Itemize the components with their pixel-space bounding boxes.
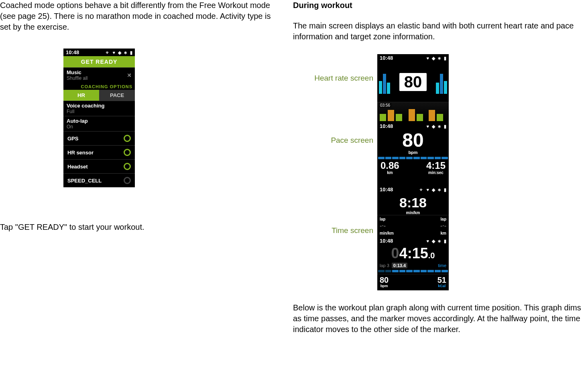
speedcell-status-icon	[124, 177, 131, 184]
progress-bar	[377, 270, 449, 273]
headset-row[interactable]: Headset	[63, 159, 135, 173]
coaching-tabs: HR PACE	[63, 90, 135, 101]
hr-elastic-band: 80	[377, 62, 449, 102]
gps-label: GPS	[67, 136, 78, 142]
bpm-value: 80	[377, 131, 449, 150]
music-value: Shuffle all	[67, 75, 132, 81]
bluetooth-icon: ∗	[437, 187, 441, 192]
autolap-value: On	[67, 124, 132, 130]
time-screenshot: 10:48 ♥ ◈ ∗ ▮ 04:15.0 lap 3 0:13.4 time	[377, 237, 449, 290]
elapsed-time-value: 04:15.0	[377, 245, 449, 262]
heart-icon: ♥	[427, 239, 429, 243]
during-workout-heading: During workout	[293, 0, 588, 11]
vibrate-icon: ◈	[432, 56, 435, 61]
status-bar: 10:48 ♥ ◈ ∗ ▮	[377, 237, 449, 245]
heart-icon: ♥	[427, 187, 429, 192]
hr-plan-graph: 03:56	[377, 102, 449, 121]
bluetooth-icon: ∗	[124, 50, 127, 55]
status-time: 10:48	[66, 49, 79, 55]
voice-value: Full	[67, 109, 132, 114]
status-time: 10:48	[380, 55, 393, 61]
shuffle-icon: ⤨	[127, 72, 132, 78]
status-time: 10:48	[380, 123, 393, 129]
pace-minkm-value: 8:18	[377, 195, 449, 211]
bluetooth-icon: ∗	[437, 56, 441, 61]
pace-screenshot: 10:48 ♥ ◈ ∗ ▮ 80 bpm 0.86 km	[377, 122, 449, 186]
get-ready-button[interactable]: GET READY	[63, 56, 135, 67]
pace-bars	[377, 156, 449, 159]
status-icons: ♥ ◈ ∗ ▮	[425, 55, 446, 61]
lap-label-right: lap	[441, 217, 446, 221]
coached-intro-para: Coached mode options behave a bit differ…	[0, 0, 277, 32]
heart-rate-screen-label: Heart rate screen	[293, 54, 377, 102]
vibrate-icon: ◈	[432, 239, 435, 243]
heart-icon: ♥	[113, 50, 116, 55]
pace-minkm-unit: min/km	[377, 211, 449, 215]
time-label: time	[438, 263, 446, 268]
bluetooth-icon: ∗	[437, 124, 441, 129]
coaching-options-header: COACHING OPTIONS	[63, 83, 135, 90]
battery-icon: ▮	[444, 56, 446, 61]
status-time: 10:48	[380, 186, 393, 192]
voice-coaching-row[interactable]: Voice coaching Full	[63, 101, 135, 116]
status-icons: ᯤ ♥ ◈ ∗ ▮	[104, 49, 132, 55]
hr-sensor-status-icon	[124, 149, 131, 156]
battery-icon: ▮	[130, 50, 132, 55]
tab-hr[interactable]: HR	[63, 90, 99, 101]
time-screen-label: Time screen	[293, 178, 377, 283]
pace-screen-label: Pace screen	[293, 102, 377, 178]
heart-rate-screenshot: 10:48 ♥ ◈ ∗ ▮ 80	[377, 54, 449, 122]
voice-label: Voice coaching	[67, 103, 132, 109]
status-bar: 10:48 ᯤ ♥ ◈ ∗ ▮	[377, 186, 449, 193]
vibrate-icon: ◈	[432, 187, 435, 192]
lap-value-left: -·-	[380, 222, 386, 229]
battery-icon: ▮	[444, 124, 446, 129]
status-bar: 10:48 ♥ ◈ ∗ ▮	[377, 122, 449, 130]
lap-label-left: lap	[380, 217, 385, 221]
bluetooth-icon: ∗	[437, 239, 441, 243]
during-workout-para: The main screen displays an elastic band…	[293, 20, 588, 42]
tap-get-ready-para: Tap "GET READY" to start your workout.	[0, 222, 277, 233]
status-icons: ᯤ ♥ ◈ ∗ ▮	[418, 186, 446, 192]
lap-unit-minkm: min/km	[380, 231, 394, 235]
vibrate-icon: ◈	[118, 50, 121, 55]
heart-icon: ♥	[427, 56, 429, 61]
bpm-unit: bpm	[377, 150, 449, 155]
bottom-bpm-unit: bpm	[380, 284, 389, 288]
status-icons: ♥ ◈ ∗ ▮	[425, 123, 446, 129]
status-time: 10:48	[380, 238, 393, 244]
lap-number: lap 3	[380, 263, 389, 268]
speedcell-row[interactable]: SPEED_CELL	[63, 173, 135, 187]
music-label: Music	[67, 69, 132, 75]
autolap-row[interactable]: Auto-lap On	[63, 116, 135, 131]
duration-value: 4:15	[426, 161, 446, 170]
distance-value: 0.86	[380, 161, 399, 170]
bottom-kcal-unit: kCal	[437, 284, 446, 288]
headset-status-icon	[124, 163, 131, 170]
status-bar: 10:48 ᯤ ♥ ◈ ∗ ▮	[63, 49, 135, 56]
coached-options-screenshot: 10:48 ᯤ ♥ ◈ ∗ ▮ GET READY Music Shuffle …	[63, 49, 135, 187]
lap-value-right: -·-	[440, 222, 446, 229]
duration-unit: min:sec	[426, 170, 446, 175]
hr-sensor-label: HR sensor	[67, 150, 94, 156]
speedcell-label: SPEED_CELL	[67, 178, 102, 184]
hr-sensor-row[interactable]: HR sensor	[63, 145, 135, 159]
music-row[interactable]: Music Shuffle all ⤨	[63, 67, 135, 83]
hr-value: 80	[399, 73, 427, 91]
status-icons: ♥ ◈ ∗ ▮	[425, 238, 446, 244]
battery-icon: ▮	[444, 239, 446, 243]
vibrate-icon: ◈	[432, 124, 435, 129]
distance-unit: km	[380, 170, 399, 175]
wifi-icon: ᯤ	[106, 50, 110, 55]
gps-row[interactable]: GPS	[63, 131, 135, 145]
bottom-bpm-value: 80	[380, 276, 389, 284]
tab-pace[interactable]: PACE	[99, 90, 135, 101]
bottom-kcal-value: 51	[437, 276, 446, 284]
headset-label: Headset	[67, 164, 88, 170]
status-bar: 10:48 ♥ ◈ ∗ ▮	[377, 54, 449, 62]
speed-screenshot: 10:48 ᯤ ♥ ◈ ∗ ▮ 8:18 min/km lap lap	[377, 186, 449, 237]
lap-unit-km: km	[441, 231, 446, 235]
workout-graph-para: Below is the workout plan graph along wi…	[293, 302, 588, 335]
lap-time: 0:13.4	[392, 263, 407, 268]
gps-status-icon	[124, 135, 131, 142]
